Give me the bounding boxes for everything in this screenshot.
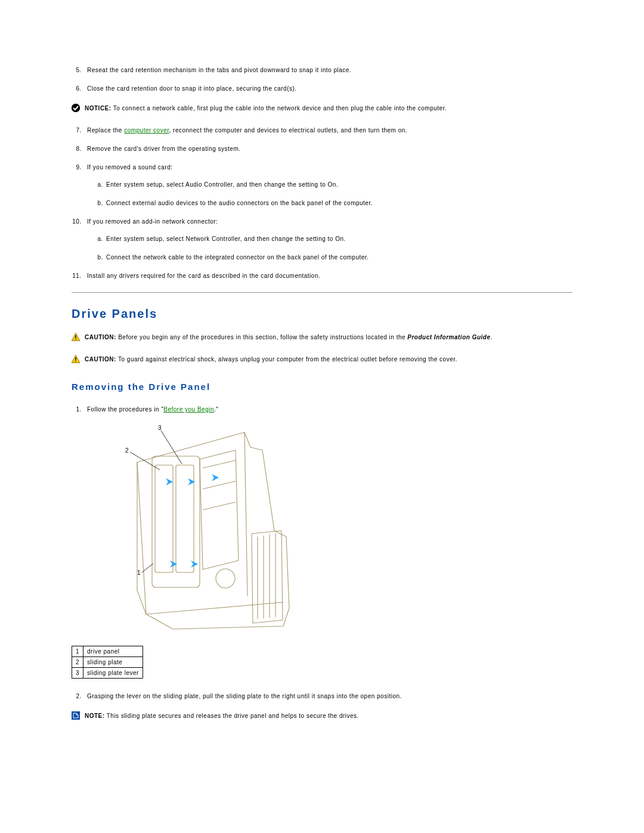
svg-line-10 — [203, 460, 236, 468]
note-body: This sliding plate secures and releases … — [105, 713, 359, 719]
subsection-heading-removing-drive-panel: Removing the Drive Panel — [72, 382, 572, 392]
step-r1-pre: Follow the procedures in " — [87, 406, 163, 413]
steps-list-remove-panel: Follow the procedures in "Before you Beg… — [83, 405, 572, 414]
part-num-2: 2 — [72, 657, 83, 668]
svg-point-17 — [216, 569, 235, 588]
svg-rect-2 — [75, 335, 76, 338]
caution-post-1: . — [490, 334, 492, 340]
caution-label-1: CAUTION: — [85, 334, 116, 340]
svg-rect-3 — [75, 339, 76, 339]
svg-line-24 — [130, 452, 160, 470]
step-r1-post: ." — [214, 406, 218, 413]
caution-label-2: CAUTION: — [85, 356, 116, 363]
svg-point-0 — [72, 104, 80, 112]
callout-3: 3 — [158, 425, 162, 431]
caution-icon — [72, 355, 80, 363]
before-you-begin-link[interactable]: Before you Begin — [163, 406, 214, 413]
table-row: 3 sliding plate lever — [72, 668, 143, 679]
step-9a: Enter system setup, select Audio Control… — [105, 180, 572, 189]
svg-marker-21 — [191, 561, 198, 568]
caution-icon — [72, 333, 80, 341]
step-9-sublist: Enter system setup, select Audio Control… — [105, 180, 572, 208]
step-10-text: If you removed an add-in network connect… — [87, 218, 218, 225]
caution-electrical-shock: CAUTION: To guard against electrical sho… — [72, 355, 572, 364]
parts-legend-table: 1 drive panel 2 sliding plate 3 sliding … — [72, 646, 143, 679]
step-7-pre: Replace the — [87, 127, 124, 134]
step-r1: Follow the procedures in "Before you Beg… — [83, 405, 572, 414]
step-10b: Connect the network cable to the integra… — [105, 253, 572, 262]
caution-body-1: Before you begin any of the procedures i… — [116, 334, 407, 340]
part-num-3: 3 — [72, 668, 83, 679]
document-page: Reseat the card retention mechanism in t… — [0, 0, 644, 833]
note-sliding-plate: NOTE: This sliding plate secures and rel… — [72, 711, 572, 720]
step-10: If you removed an add-in network connect… — [83, 217, 572, 262]
caution-body-2: To guard against electrical shock, alway… — [116, 356, 457, 363]
note-icon — [72, 711, 80, 720]
step-9b: Connect external audio devices to the au… — [105, 199, 572, 208]
caution-italic-1: Product Information Guide — [407, 334, 490, 340]
notice-label: NOTICE: — [85, 105, 112, 112]
step-7-post: , reconnect the computer and devices to … — [169, 127, 408, 134]
svg-marker-22 — [212, 474, 219, 481]
notice-text: NOTICE: To connect a network cable, firs… — [85, 104, 447, 113]
diagram-svg — [95, 423, 292, 635]
step-6: Close the card retention door to snap it… — [83, 84, 572, 93]
section-divider — [72, 292, 572, 293]
drive-panel-diagram: 2 3 1 — [95, 423, 292, 635]
caution-safety-instructions: CAUTION: Before you begin any of the pro… — [72, 333, 572, 342]
svg-marker-18 — [166, 478, 173, 485]
step-11: Install any drivers required for the car… — [83, 271, 572, 280]
part-name-2: sliding plate — [83, 657, 143, 668]
step-7: Replace the computer cover, reconnect th… — [83, 126, 572, 135]
svg-line-11 — [203, 481, 236, 489]
steps-list-mid: Replace the computer cover, reconnect th… — [83, 126, 572, 280]
table-row: 1 drive panel — [72, 646, 143, 657]
step-8: Remove the card's driver from the operat… — [83, 144, 572, 153]
part-num-1: 1 — [72, 646, 83, 657]
caution-text-2: CAUTION: To guard against electrical sho… — [85, 355, 457, 364]
notice-icon — [72, 104, 80, 112]
svg-rect-5 — [75, 357, 76, 360]
svg-rect-6 — [75, 361, 76, 361]
note-label: NOTE: — [85, 713, 105, 719]
table-row: 2 sliding plate — [72, 657, 143, 668]
svg-line-12 — [203, 502, 236, 510]
steps-list-remove-panel-2: Grasping the lever on the sliding plate,… — [83, 692, 572, 701]
svg-line-25 — [161, 431, 182, 464]
notice-network-cable: NOTICE: To connect a network cable, firs… — [72, 104, 572, 113]
svg-rect-26 — [72, 711, 80, 720]
callout-1: 1 — [137, 569, 141, 576]
note-text: NOTE: This sliding plate secures and rel… — [85, 711, 359, 720]
step-r2: Grasping the lever on the sliding plate,… — [83, 692, 572, 701]
step-9-text: If you removed a sound card: — [87, 164, 173, 171]
section-heading-drive-panels: Drive Panels — [72, 307, 572, 321]
caution-text-1: CAUTION: Before you begin any of the pro… — [85, 333, 493, 342]
computer-cover-link[interactable]: computer cover — [124, 127, 169, 134]
step-9: If you removed a sound card: Enter syste… — [83, 163, 572, 208]
step-10-sublist: Enter system setup, select Network Contr… — [105, 234, 572, 262]
notice-body: To connect a network cable, first plug t… — [112, 105, 447, 112]
part-name-1: drive panel — [83, 646, 143, 657]
steps-list-top: Reseat the card retention mechanism in t… — [83, 66, 572, 93]
callout-2: 2 — [125, 447, 129, 454]
part-name-3: sliding plate lever — [83, 668, 143, 679]
step-5: Reseat the card retention mechanism in t… — [83, 66, 572, 75]
step-10a: Enter system setup, select Network Contr… — [105, 234, 572, 243]
